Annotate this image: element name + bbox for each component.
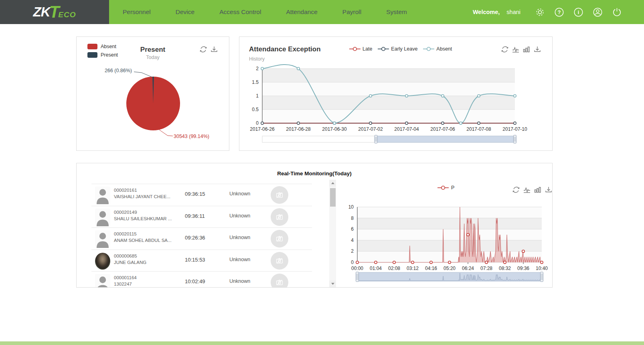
svg-text:2017-06-28: 2017-06-28 [286, 126, 311, 132]
person-name: SHALU SAILESHKUMAR ... [114, 216, 172, 221]
avatar-photo [95, 253, 110, 270]
nav-access-control[interactable]: Access Control [219, 8, 261, 16]
svg-text:0: 0 [256, 120, 259, 126]
svg-text:2017-06-26: 2017-06-26 [250, 126, 275, 132]
svg-text:2017-07-04: 2017-07-04 [394, 126, 419, 132]
scroll-down-arrow-icon[interactable] [329, 280, 336, 287]
svg-text:1: 1 [256, 93, 259, 99]
svg-text:2017-07-10: 2017-07-10 [502, 126, 527, 132]
list-item: 000020149 SHALU SAILESHKUMAR ... 09:36:1… [91, 206, 312, 228]
status-label: Unknown [229, 191, 250, 197]
exception-subtitle: History [249, 56, 265, 62]
scrollbar-thumb[interactable] [330, 188, 336, 207]
avatar-silhouette [95, 209, 110, 226]
svg-text:2: 2 [351, 248, 354, 254]
realtime-monitoring-panel: 024681000:0001:0402:0803:1204:1605:2006:… [76, 163, 553, 288]
present-toolbar [199, 45, 219, 54]
line-chart-icon[interactable] [511, 45, 520, 54]
person-name: VAISHALI JAYANT CHEE... [114, 194, 170, 199]
legend-item-late[interactable]: Late [349, 46, 372, 52]
legend-item-early-leave[interactable]: Early Leave [378, 46, 417, 52]
person-id: 000020149 [114, 210, 137, 215]
refresh-icon[interactable] [512, 185, 520, 194]
svg-text:2017-07-08: 2017-07-08 [466, 126, 491, 132]
bar-chart-icon[interactable] [522, 45, 531, 54]
info-icon[interactable]: i [573, 7, 584, 18]
nav-device[interactable]: Device [176, 8, 194, 16]
line-chart-icon[interactable] [522, 185, 531, 194]
refresh-icon[interactable] [199, 45, 208, 54]
svg-text:08:32: 08:32 [499, 266, 511, 271]
monitoring-list: 000020161 VAISHALI JAYANT CHEE... 09:36:… [91, 184, 312, 288]
attendance-exception-chart[interactable]: 00.511.522017-06-262017-06-282017-06-302… [239, 37, 553, 151]
svg-text:03:12: 03:12 [407, 266, 419, 271]
punch-time: 10:02:49 [185, 278, 205, 284]
dashboard-page: ZK T eco Personnel Device Access Control… [0, 0, 644, 345]
svg-text:2017-07-02: 2017-07-02 [358, 126, 383, 132]
punch-time: 09:36:15 [185, 191, 205, 197]
present-subtitle: Today [77, 55, 229, 60]
svg-text:06:24: 06:24 [462, 266, 474, 271]
monitoring-title: Real-Time Monitoring(Today) [77, 170, 552, 177]
nav-personnel[interactable]: Personnel [123, 8, 151, 16]
avatar-silhouette [95, 274, 110, 288]
dashboard-main: Absent Present Present Today [0, 24, 644, 341]
svg-text:0: 0 [351, 260, 354, 265]
svg-text:?: ? [558, 10, 561, 15]
bar-chart-icon[interactable] [533, 185, 542, 194]
svg-text:2: 2 [256, 66, 259, 71]
svg-text:10: 10 [348, 204, 354, 210]
username[interactable]: shani [506, 9, 520, 15]
no-photo-badge [271, 186, 288, 204]
avatar-silhouette [95, 187, 110, 204]
list-item: 000001164 1302247 10:02:49 Unknown [91, 271, 312, 288]
nav-payroll[interactable]: Payroll [342, 8, 361, 16]
person-name: 1302247 [114, 282, 132, 286]
nav-system[interactable]: System [386, 8, 407, 16]
scroll-up-arrow-icon[interactable] [329, 180, 336, 187]
zkteco-logo[interactable]: ZK T eco [0, 0, 109, 24]
header-right: Welcome, shani ? i [473, 0, 622, 24]
main-nav: Personnel Device Access Control Attendan… [109, 8, 407, 16]
help-icon[interactable]: ? [554, 7, 565, 18]
no-photo-badge [271, 208, 288, 226]
settings-gear-icon[interactable] [535, 7, 545, 18]
svg-text:10:40: 10:40 [536, 266, 548, 271]
person-name: ANAM SOHEL ABDUL SA... [114, 238, 172, 243]
attendance-exception-panel: 00.511.522017-06-262017-06-282017-06-302… [239, 37, 553, 151]
legend-label-late: Late [363, 46, 372, 52]
exception-title: Attendance Exception [249, 45, 321, 53]
present-slice-label: 266 (0.86%) [105, 68, 132, 73]
svg-text:07:28: 07:28 [480, 266, 492, 271]
svg-text:1.5: 1.5 [252, 79, 259, 85]
svg-text:04:16: 04:16 [425, 266, 437, 271]
download-icon[interactable] [533, 45, 542, 54]
person-id: 000001164 [114, 275, 137, 280]
svg-text:00:00: 00:00 [351, 266, 363, 271]
no-photo-badge [271, 274, 288, 288]
legend-item-absent-line[interactable]: Absent [423, 46, 452, 52]
download-icon[interactable] [210, 45, 219, 54]
svg-text:05:20: 05:20 [444, 266, 456, 271]
top-nav-bar: ZK T eco Personnel Device Access Control… [0, 0, 644, 24]
power-icon[interactable] [612, 7, 622, 18]
nav-attendance[interactable]: Attendance [286, 8, 317, 16]
svg-text:2017-06-30: 2017-06-30 [322, 126, 347, 132]
person-id: 000020161 [114, 188, 137, 193]
status-label: Unknown [229, 213, 250, 219]
no-photo-badge [271, 230, 288, 248]
punch-time: 09:36:11 [185, 213, 205, 219]
exception-legend: Late Early Leave Absent [349, 46, 452, 52]
svg-text:i: i [578, 10, 579, 15]
person-id: 000020115 [114, 231, 137, 236]
download-icon[interactable] [544, 185, 553, 194]
svg-text:0.5: 0.5 [252, 107, 259, 112]
refresh-icon[interactable] [500, 45, 509, 54]
status-label: Unknown [229, 278, 250, 284]
account-icon[interactable] [592, 7, 603, 18]
logo-text-eco: eco [58, 10, 76, 19]
svg-text:4: 4 [351, 237, 354, 243]
list-scrollbar[interactable] [329, 180, 336, 287]
legend-item-p[interactable]: P [437, 185, 454, 191]
svg-text:01:04: 01:04 [370, 266, 382, 271]
